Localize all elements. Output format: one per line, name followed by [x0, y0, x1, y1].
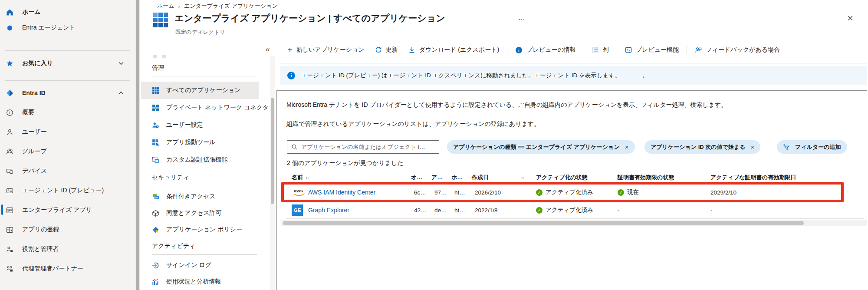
sidebar-item-enterprise-apps[interactable]: エンタープライズ アプリ	[0, 204, 130, 217]
menu-item-all-applications[interactable]: すべてのアプリケーション	[141, 82, 259, 99]
column-header-cert-expiry[interactable]: アクティブな証明書の有効期限日	[710, 174, 796, 181]
column-header-cert-status[interactable]: 証明書有効期限の状態	[618, 174, 674, 181]
sidebar-item-entra-agent[interactable]: Entra エージェント	[0, 21, 130, 34]
collapse-menu-icon[interactable]: «	[266, 45, 270, 54]
sidebar-item-groups[interactable]: グループ	[0, 145, 130, 158]
menu-scrollbar[interactable]	[270, 56, 275, 290]
application-link[interactable]: Graph Explorer	[308, 207, 349, 214]
banner-arrow-icon[interactable]: →	[639, 72, 645, 79]
entra-agent-icon	[6, 24, 13, 32]
row-divider	[286, 218, 864, 219]
entra-id-icon	[6, 89, 13, 97]
column-header-object-id[interactable]: オ…	[411, 174, 422, 181]
filter-pill-application-type[interactable]: アプリケーションの種類 == エンタープライズ アプリケーション ×	[447, 140, 635, 154]
new-application-button[interactable]: + 新しいアプリケーション	[283, 43, 369, 56]
cell-homepage: ht…	[454, 207, 465, 214]
remove-filter-icon[interactable]: ×	[625, 143, 629, 151]
preview-features-icon	[625, 46, 632, 53]
sort-icon[interactable]: ↑↓	[306, 175, 309, 180]
menu-item-label: カスタム認証拡張機能	[166, 156, 227, 164]
cell-homepage: ht…	[454, 189, 465, 196]
columns-button[interactable]: 列	[588, 43, 613, 56]
download-icon	[408, 46, 415, 53]
info-banner: i エージェント ID (プレビュー) はエージェント ID エクスペリエンスに…	[280, 66, 867, 85]
cell-cert-expiry: 2029/2/10	[710, 189, 736, 196]
search-icon	[291, 144, 298, 150]
remove-filter-icon[interactable]: ×	[751, 143, 755, 151]
devices-icon	[6, 168, 13, 175]
filter-pill-application-id[interactable]: アプリケーション ID 次の値で始まる ×	[644, 140, 760, 154]
sidebar-item-label: ホーム	[22, 8, 41, 16]
preview-info-button[interactable]: プレビューの情報	[511, 43, 580, 56]
menu-item-label: すべてのアプリケーション	[166, 86, 241, 94]
menu-item-application-policy[interactable]: アプリケーション ポリシー	[141, 221, 259, 238]
add-filter-button[interactable]: フィルターの追加	[777, 140, 847, 154]
home-icon	[6, 9, 13, 16]
sidebar-item-entra-id[interactable]: Entra ID	[0, 86, 130, 99]
aws-logo-icon: aws	[293, 188, 306, 197]
sidebar-item-label: 代理管理者パートナー	[22, 265, 83, 273]
menu-section-header: アクティビティ	[152, 242, 195, 250]
sidebar-item-label: グループ	[22, 148, 47, 155]
column-header-activation-status[interactable]: アクティブ化の状態	[536, 174, 588, 181]
table-row[interactable]: aws AWS IAM Identity Center 6c… 97… ht… …	[286, 183, 864, 201]
column-header-created[interactable]: 作成日 ↑↓	[472, 174, 524, 181]
cell-cert-status: ✓ 現在	[618, 188, 639, 196]
more-actions-icon[interactable]: …	[518, 14, 526, 22]
column-header-app-id[interactable]: ア…	[431, 174, 443, 181]
cell-cert-expiry: -	[710, 207, 713, 214]
sidebar-scrollbar-thumb[interactable]	[136, 0, 139, 290]
preview-features-button[interactable]: プレビュー機能	[621, 43, 683, 56]
toolbar-divider	[507, 46, 507, 54]
sort-icon[interactable]: ↑↓	[521, 175, 524, 180]
menu-section-divider	[152, 76, 257, 76]
table-row[interactable]: GE Graph Explorer 42… de… ht… 2022/1/8 ✓…	[286, 201, 864, 219]
sidebar-item-users[interactable]: ユーザー	[0, 125, 130, 138]
sidebar-item-app-registrations[interactable]: アプリの登録	[0, 223, 130, 236]
sidebar-item-devices[interactable]: デバイス	[0, 165, 130, 178]
search-input[interactable]	[301, 144, 435, 150]
menu-item-label: 使用状況と分析情報	[166, 278, 221, 286]
command-bar: + 新しいアプリケーション 更新 ダウンロード (エクスポート) プレビューの情…	[283, 42, 784, 58]
table-horizontal-scrollbar-thumb[interactable]	[283, 221, 804, 225]
menu-item-consent-permissions[interactable]: 同意とアクセス許可	[141, 205, 259, 221]
sidebar-item-overview[interactable]: 概要	[0, 106, 130, 119]
sidebar-scrollbar[interactable]	[135, 0, 140, 290]
sidebar-item-roles-admins[interactable]: 役割と管理者	[0, 243, 130, 256]
menu-item-signin-logs[interactable]: サインイン ログ	[141, 257, 259, 274]
consent-cube-icon	[152, 210, 159, 217]
feedback-icon	[695, 46, 702, 53]
sidebar-item-favorites[interactable]: お気に入り	[0, 57, 130, 70]
enterprise-app-icon	[6, 207, 13, 214]
menu-section-divider	[152, 254, 257, 255]
id-badge-icon	[6, 187, 13, 194]
sidebar-item-label: お気に入り	[22, 59, 53, 67]
menu-item-app-launcher[interactable]: アプリ起動ツール	[141, 134, 259, 151]
column-header-homepage[interactable]: ホ…	[451, 174, 463, 181]
menu-item-private-network-connectors[interactable]: プライベート ネットワーク コネクタ	[141, 99, 259, 116]
chevron-up-icon[interactable]	[118, 90, 124, 96]
menu-item-usage-insights[interactable]: 使用状況と分析情報	[141, 274, 259, 290]
close-icon[interactable]: ×	[847, 13, 853, 23]
table-horizontal-scrollbar[interactable]	[281, 220, 867, 226]
feedback-button[interactable]: フィードバックがある場合	[690, 43, 784, 56]
sidebar-item-home[interactable]: ホーム	[0, 6, 130, 19]
breadcrumb-home[interactable]: ホーム	[157, 2, 174, 10]
menu-item-label: ユーザー設定	[166, 121, 203, 129]
refresh-button[interactable]: 更新	[371, 43, 402, 56]
menu-item-user-settings[interactable]: ユーザー設定	[141, 116, 259, 134]
menu-scrollbar-thumb[interactable]	[271, 98, 274, 204]
application-search[interactable]	[287, 140, 439, 154]
breadcrumb-current[interactable]: エンタープライズ アプリケーション	[184, 2, 278, 10]
sidebar-item-agent-id[interactable]: エージェント ID (プレビュー)	[0, 184, 130, 197]
sidebar-item-admin-partners[interactable]: 代理管理者パートナー	[0, 262, 130, 275]
cell-object-id: 42…	[414, 207, 427, 214]
application-link[interactable]: AWS IAM Identity Center	[308, 189, 375, 196]
toolbar-divider	[617, 46, 617, 54]
chevron-down-icon[interactable]	[118, 60, 124, 66]
column-header-name[interactable]: 名前 ↑↓	[292, 174, 309, 181]
menu-item-custom-auth-extensions[interactable]: カスタム認証拡張機能	[141, 151, 259, 168]
menu-section-divider	[152, 186, 257, 186]
download-export-button[interactable]: ダウンロード (エクスポート)	[404, 43, 504, 56]
menu-item-conditional-access[interactable]: 条件付きアクセス	[141, 188, 259, 205]
